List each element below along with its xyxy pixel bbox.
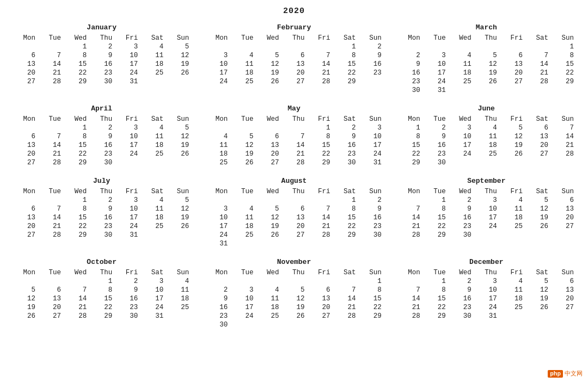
day-cell: 2: [422, 124, 448, 132]
day-cell: 21: [38, 150, 63, 158]
day-cell: [474, 42, 499, 51]
day-cell: [38, 196, 63, 205]
day-cell: 28: [307, 77, 333, 86]
day-cell: 13: [38, 294, 63, 303]
day-cell: 19: [281, 303, 307, 312]
day-cell: 27: [281, 231, 307, 239]
day-header: Tue: [422, 34, 448, 42]
day-header: Tue: [38, 187, 63, 196]
week-row: 24252627282930: [204, 231, 383, 239]
week-row: 1: [204, 277, 383, 286]
week-row: 18192021222324: [204, 150, 383, 158]
day-cell: 29: [333, 77, 358, 86]
day-cell: 2: [358, 42, 384, 51]
week-row: 31: [204, 239, 383, 248]
day-cell: 19: [230, 150, 255, 158]
day-cell: 27: [12, 77, 38, 86]
day-cell: 23: [204, 312, 230, 321]
day-cell: 8: [63, 51, 89, 60]
day-cell: 5: [166, 124, 191, 132]
day-header: Mon: [12, 115, 38, 124]
month-title: November: [204, 258, 383, 266]
day-cell: 13: [12, 213, 38, 222]
week-row: 14151617181920: [397, 294, 576, 303]
week-row: 27282930: [12, 158, 191, 167]
day-cell: [397, 196, 422, 205]
day-header: Sun: [166, 187, 191, 196]
day-cell: 7: [307, 51, 333, 60]
day-cell: [12, 196, 38, 205]
day-cell: 11: [166, 286, 191, 294]
week-row: 16171819202122: [397, 69, 576, 77]
day-cell: 12: [525, 286, 550, 294]
day-header: Sun: [166, 268, 191, 277]
day-cell: 27: [255, 158, 281, 167]
day-header: Fri: [307, 268, 333, 277]
day-cell: 7: [38, 51, 63, 60]
day-cell: 24: [448, 150, 474, 158]
day-cell: 4: [140, 196, 166, 205]
month-table: MonTueWedThuFriSatSun1234567891011121314…: [204, 115, 383, 167]
day-cell: 21: [397, 303, 422, 312]
day-cell: 12: [166, 132, 191, 141]
month-title: March: [397, 23, 576, 32]
week-row: 6789101112: [12, 51, 191, 60]
day-cell: [333, 277, 358, 286]
day-cell: 7: [550, 124, 576, 132]
day-header: Sat: [140, 268, 166, 277]
day-cell: [114, 158, 140, 167]
week-row: 3456789: [204, 205, 383, 213]
month-block-july: JulyMonTueWedThuFriSatSun123456789101112…: [5, 172, 198, 254]
day-cell: [140, 231, 166, 239]
day-cell: 25: [166, 303, 191, 312]
day-cell: 11: [499, 286, 525, 294]
month-block-september: SeptemberMonTueWedThuFriSatSun1234567891…: [390, 172, 583, 254]
week-row: 2728293031: [12, 231, 191, 239]
day-cell: 19: [166, 60, 191, 69]
day-cell: 8: [333, 205, 358, 213]
day-cell: 6: [281, 51, 307, 60]
day-cell: 21: [525, 69, 550, 77]
day-header: Thu: [281, 187, 307, 196]
day-cell: 21: [550, 141, 576, 150]
day-cell: [255, 196, 281, 205]
day-cell: 7: [38, 205, 63, 213]
day-cell: 17: [474, 213, 499, 222]
day-cell: 27: [12, 231, 38, 239]
day-cell: 17: [204, 222, 230, 231]
day-cell: [307, 196, 333, 205]
day-cell: 14: [38, 141, 63, 150]
day-cell: 20: [499, 69, 525, 77]
day-cell: [550, 86, 576, 95]
day-cell: 21: [333, 303, 358, 312]
day-cell: 4: [140, 42, 166, 51]
day-cell: [140, 77, 166, 86]
day-header: Sat: [140, 115, 166, 124]
day-header: Mon: [204, 268, 230, 277]
day-cell: 22: [358, 303, 384, 312]
day-cell: 15: [307, 141, 333, 150]
day-cell: 15: [358, 294, 384, 303]
day-cell: 20: [12, 69, 38, 77]
day-cell: 11: [230, 60, 255, 69]
day-cell: 6: [307, 286, 333, 294]
day-cell: 6: [38, 286, 63, 294]
day-cell: 30: [114, 312, 140, 321]
day-cell: 22: [333, 222, 358, 231]
day-cell: [499, 158, 525, 167]
day-cell: 3: [114, 196, 140, 205]
day-cell: 4: [499, 277, 525, 286]
day-cell: [499, 42, 525, 51]
day-cell: 2: [448, 196, 474, 205]
month-block-february: FebruaryMonTueWedThuFriSatSun12345678910…: [198, 19, 390, 100]
day-cell: 20: [281, 69, 307, 77]
day-cell: 7: [525, 51, 550, 60]
month-block-august: AugustMonTueWedThuFriSatSun1234567891011…: [198, 172, 390, 254]
day-cell: [474, 231, 499, 239]
day-cell: [525, 312, 550, 321]
day-header: Fri: [114, 187, 140, 196]
day-cell: 21: [307, 69, 333, 77]
day-cell: [255, 124, 281, 132]
day-cell: 20: [550, 213, 576, 222]
day-cell: 11: [140, 205, 166, 213]
